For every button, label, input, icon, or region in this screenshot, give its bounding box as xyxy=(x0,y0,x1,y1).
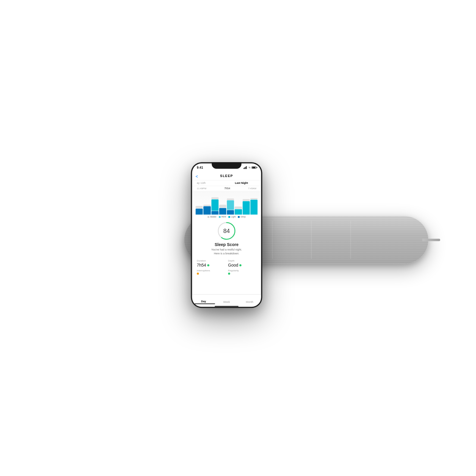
interruptions-label: Interruptions xyxy=(197,269,225,272)
sleep-chart xyxy=(192,191,261,214)
chart-legend: Awake REM Light Deep xyxy=(192,214,261,219)
score-number: 84 xyxy=(223,228,230,234)
tab-bar: Day Week Month xyxy=(192,294,261,307)
time-row: 11:49PM 7h54 7:45AM xyxy=(192,186,261,191)
date-tabs: ay 11th Last Night xyxy=(192,180,261,186)
scene: 9:41 ∿ xyxy=(0,0,476,476)
tab-day[interactable]: Day xyxy=(192,298,215,304)
bar-group-5 xyxy=(227,198,234,214)
stat-depth: Depth Good xyxy=(228,259,256,267)
legend-awake: Awake xyxy=(207,216,216,218)
score-subtitle-2: Here is a breakdown: xyxy=(214,252,239,256)
duration-display: 7h54 xyxy=(224,187,230,190)
bar-group-8 xyxy=(250,198,257,214)
end-time: 7:45AM xyxy=(248,187,256,190)
tab-week[interactable]: Week xyxy=(215,298,238,303)
app-content: < SLEEP ay 11th Last Night 11:49PM 7h54 … xyxy=(192,172,261,307)
regularity-label: Regularity xyxy=(228,269,256,272)
regularity-indicator xyxy=(228,273,230,275)
pad-line-3 xyxy=(311,221,312,259)
bar-group-4 xyxy=(219,205,226,214)
tab-month[interactable]: Month xyxy=(238,298,261,303)
phone-device: 9:41 ∿ xyxy=(191,162,262,308)
pad-cable xyxy=(422,239,440,241)
signal-icon xyxy=(244,166,247,169)
legend-light: Light xyxy=(228,216,236,218)
interruptions-value-row xyxy=(197,273,225,275)
status-icons: ∿ xyxy=(244,166,256,169)
start-time: 11:49PM xyxy=(197,187,206,190)
active-date-tab[interactable]: Last Night xyxy=(227,181,256,184)
pad-line-4 xyxy=(350,221,351,259)
bar-group-3 xyxy=(211,197,218,214)
stats-grid-2: Interruptions Regularity xyxy=(192,269,261,276)
stat-duration: Duration 7h54 xyxy=(197,259,225,267)
depth-value-row: Good xyxy=(228,263,256,267)
interruptions-indicator xyxy=(197,273,199,275)
score-subtitle-1: You've had a restful night. xyxy=(211,248,242,252)
duration-label: Duration xyxy=(197,259,225,262)
phone-screen: 9:41 ∿ xyxy=(192,163,261,307)
regularity-value-row xyxy=(228,273,256,275)
stats-grid-1: Duration 7h54 Depth Good xyxy=(192,257,261,269)
duration-value: 7h54 xyxy=(197,263,206,267)
bar-group-7 xyxy=(242,199,250,214)
bar-group-1 xyxy=(196,206,203,214)
phone-container: 9:41 ∿ xyxy=(191,162,262,308)
app-header: < SLEEP xyxy=(192,172,261,180)
pad-line-2 xyxy=(272,221,273,259)
legend-rem: REM xyxy=(219,216,226,218)
stat-regularity: Regularity xyxy=(228,269,256,275)
partial-date[interactable]: ay 11th xyxy=(197,181,227,184)
stat-interruptions: Interruptions xyxy=(197,269,225,275)
duration-value-row: 7h54 xyxy=(197,263,225,267)
home-indicator xyxy=(215,306,239,307)
status-time: 9:41 xyxy=(197,166,203,169)
bar-group-2 xyxy=(203,205,211,214)
score-title: Sleep Score xyxy=(215,242,239,247)
back-button[interactable]: < xyxy=(196,174,198,179)
bar-group-6 xyxy=(235,206,242,214)
phone-notch xyxy=(212,162,242,169)
legend-deep: Deep xyxy=(238,216,246,218)
duration-indicator xyxy=(207,264,209,266)
depth-indicator xyxy=(239,264,242,266)
sleep-score-section: 84 Sleep Score You've had a restful nigh… xyxy=(192,219,261,257)
depth-label: Depth xyxy=(228,259,256,262)
battery-icon xyxy=(252,166,256,169)
score-circle: 84 xyxy=(217,221,236,240)
wifi-icon: ∿ xyxy=(248,166,251,169)
depth-value: Good xyxy=(228,263,238,267)
screen-title: SLEEP xyxy=(220,174,233,178)
